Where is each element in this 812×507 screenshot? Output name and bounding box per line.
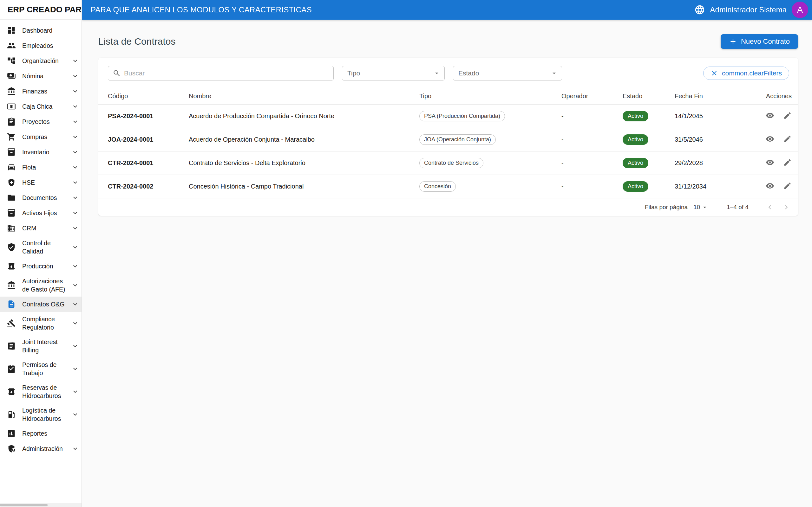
sidebar-item-dashboard[interactable]: Dashboard [0, 23, 82, 38]
avatar[interactable]: A [792, 2, 808, 18]
sidebar-item-label: Organización [22, 57, 70, 65]
sidebar-item-caja-chica[interactable]: Caja Chica [0, 99, 82, 114]
sidebar-item-crm[interactable]: CRM [0, 221, 82, 236]
cell-codigo: CTR-2024-0002 [98, 175, 179, 199]
inventory-icon [7, 148, 16, 157]
chevron-down-icon [71, 103, 79, 110]
view-icon[interactable] [766, 158, 774, 167]
building-icon [7, 224, 16, 233]
view-icon[interactable] [766, 181, 774, 190]
sidebar-item-label: Autorizaciones de Gasto (AFE) [22, 277, 70, 293]
topbar-user-area: Administrador Sistema A [694, 2, 812, 18]
sidebar-item-label: Activos Fijos [22, 209, 70, 217]
column-header-codigo: Código [98, 88, 179, 105]
rows-per-page-select[interactable]: 10 [693, 204, 708, 211]
new-contract-button[interactable]: Nuevo Contrato [721, 34, 798, 49]
cell-operador: - [552, 175, 613, 199]
sidebar-item-flota[interactable]: Flota [0, 160, 82, 175]
chevron-down-icon [71, 388, 79, 395]
chevron-down-icon [71, 365, 79, 373]
sidebar-item-reservas[interactable]: Reservas de Hidrocarburos [0, 380, 82, 403]
cell-operador: - [552, 128, 613, 152]
pagination-range: 1–4 of 4 [727, 204, 749, 211]
sidebar-item-administracion[interactable]: Administración [0, 441, 82, 456]
cell-codigo: CTR-2024-0001 [98, 152, 179, 175]
globe-icon[interactable] [694, 4, 705, 15]
edit-icon[interactable] [783, 158, 792, 167]
column-header-estado: Estado [613, 88, 665, 105]
sidebar-item-nomina[interactable]: Nómina [0, 68, 82, 83]
topbar: PARA QUE ANALICEN LOS MODULOS Y CARACTER… [82, 0, 812, 20]
clear-filters-button[interactable]: common.clearFilters [703, 66, 789, 80]
sidebar-item-inventario[interactable]: Inventario [0, 145, 82, 160]
column-header-tipo: Tipo [410, 88, 552, 105]
search-input[interactable] [124, 69, 329, 77]
sidebar-item-documentos[interactable]: Documentos [0, 190, 82, 205]
previous-page-icon[interactable] [766, 203, 774, 211]
cell-fecha-fin: 29/2/2028 [665, 152, 733, 175]
user-name: Administrador Sistema [710, 5, 786, 14]
cell-nombre: Concesión Histórica - Campo Tradicional [179, 175, 410, 199]
shield-plus-icon [7, 178, 16, 187]
people-icon [7, 41, 16, 50]
cell-operador: - [552, 105, 613, 128]
sidebar-item-produccion[interactable]: Producción [0, 259, 82, 274]
oil-barrel-icon [7, 387, 16, 396]
sidebar-item-organizacion[interactable]: Organización [0, 53, 82, 68]
admin-shield-icon [7, 444, 16, 453]
cell-nombre: Acuerdo de Producción Compartida - Orino… [179, 105, 410, 128]
sidebar-item-label: Finanzas [22, 87, 70, 95]
sidebar-item-label: CRM [22, 224, 70, 232]
sidebar-item-label: Permisos de Trabajo [22, 360, 70, 377]
cell-codigo: JOA-2024-0001 [98, 128, 179, 152]
sidebar-scrollbar[interactable] [0, 503, 82, 507]
sidebar-item-control-de-calidad[interactable]: Control de Calidad [0, 236, 82, 259]
gavel-icon [7, 319, 16, 328]
shield-check-icon [7, 243, 16, 251]
chevron-down-icon [71, 133, 79, 141]
edit-icon[interactable] [783, 181, 792, 190]
search-box[interactable] [108, 66, 334, 80]
status-badge: Activo [623, 111, 648, 121]
tipo-chip: Contrato de Servicios [419, 158, 484, 168]
sidebar-item-proyectos[interactable]: Proyectos [0, 114, 82, 129]
sidebar-item-finanzas[interactable]: Finanzas [0, 83, 82, 99]
sidebar-item-permisos-de-trabajo[interactable]: Permisos de Trabajo [0, 357, 82, 380]
estado-select[interactable]: Estado [453, 66, 562, 80]
sidebar-item-afe[interactable]: Autorizaciones de Gasto (AFE) [0, 274, 82, 297]
edit-icon[interactable] [783, 135, 792, 143]
view-icon[interactable] [766, 111, 774, 120]
oil-barrel-icon [7, 262, 16, 271]
chevron-down-icon [71, 72, 79, 80]
app-title: ERP CREADO PARA CO... [0, 0, 82, 20]
sidebar-item-label: Caja Chica [22, 102, 70, 111]
tipo-chip: JOA (Operación Conjunta) [419, 134, 496, 145]
sidebar-item-compras[interactable]: Compras [0, 129, 82, 145]
cash-icon [7, 102, 16, 111]
chevron-down-icon [71, 194, 79, 202]
sidebar-scrollbar-thumb[interactable] [0, 504, 48, 506]
sidebar-item-hse[interactable]: HSE [0, 175, 82, 190]
sidebar-item-compliance[interactable]: Compliance Regulatorio [0, 312, 82, 335]
car-icon [7, 163, 16, 172]
cell-nombre: Acuerdo de Operación Conjunta - Maracaib… [179, 128, 410, 152]
view-icon[interactable] [766, 135, 774, 143]
tipo-chip: PSA (Producción Compartida) [419, 111, 505, 121]
bank-icon [7, 87, 16, 96]
next-page-icon[interactable] [782, 203, 791, 211]
sidebar-item-empleados[interactable]: Empleados [0, 38, 82, 53]
cell-fecha-fin: 31/12/2034 [665, 175, 733, 199]
sidebar-item-contratos-og[interactable]: Contratos O&G [0, 297, 82, 312]
edit-icon[interactable] [783, 111, 792, 120]
folder-icon [7, 193, 16, 202]
tipo-select[interactable]: Tipo [342, 66, 445, 80]
sidebar-item-joint-interest-billing[interactable]: Joint Interest Billing [0, 335, 82, 357]
sidebar-item-activos-fijos[interactable]: Activos Fijos [0, 205, 82, 221]
chevron-down-icon [71, 179, 79, 186]
cell-nombre: Contrato de Servicios - Delta Explorator… [179, 152, 410, 175]
sidebar-item-logistica[interactable]: Logística de Hidrocarburos [0, 403, 82, 426]
sidebar-item-reportes[interactable]: Reportes [0, 426, 82, 441]
cell-fecha-fin: 14/1/2045 [665, 105, 733, 128]
sidebar-item-label: Producción [22, 262, 70, 270]
sidebar-item-label: Reservas de Hidrocarburos [22, 383, 70, 400]
